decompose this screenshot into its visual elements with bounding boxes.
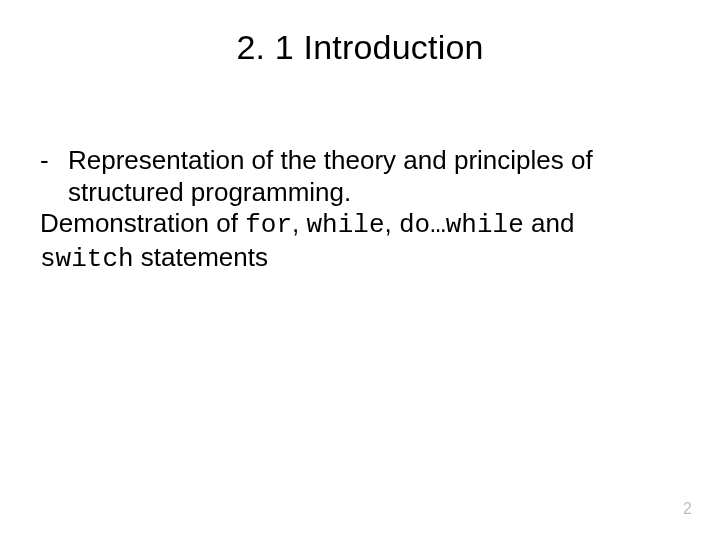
page-number: 2 (683, 500, 692, 518)
keyword-do-while: do…while (399, 210, 524, 240)
sep: , (292, 208, 306, 238)
demo-prefix: Demonstration of (40, 208, 245, 238)
demonstration-line: Demonstration of for, while, do…while an… (40, 208, 680, 275)
keyword-while: while (306, 210, 384, 240)
bullet-text: Representation of the theory and princip… (68, 145, 680, 208)
slide-body: - Representation of the theory and princ… (40, 145, 680, 276)
demo-suffix: statements (134, 242, 268, 272)
bullet-line-2: structured programming. (68, 177, 351, 207)
bullet-item: - Representation of the theory and princ… (40, 145, 680, 208)
sep: , (385, 208, 399, 238)
slide-title: 2. 1 Introduction (0, 28, 720, 67)
bullet-line-1: Representation of the theory and princip… (68, 145, 593, 175)
keyword-for: for (245, 210, 292, 240)
keyword-switch: switch (40, 244, 134, 274)
demo-mid: and (524, 208, 575, 238)
slide: 2. 1 Introduction - Representation of th… (0, 0, 720, 540)
bullet-dash: - (40, 145, 68, 208)
